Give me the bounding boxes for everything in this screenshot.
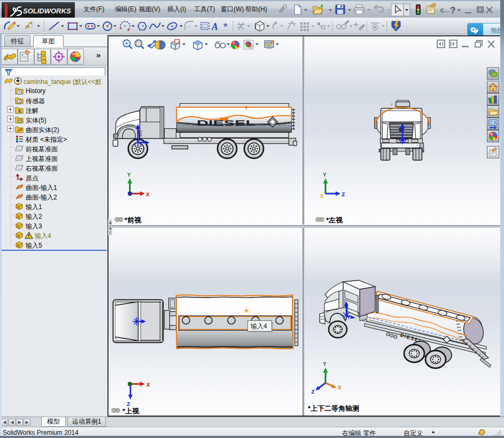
- svg-text:X: X: [146, 191, 150, 198]
- svg-text:Z: Z: [311, 389, 315, 395]
- svg-text:c...: c...: [440, 6, 449, 14]
- svg-text:X: X: [146, 382, 150, 388]
- svg-text:?: ?: [450, 5, 455, 16]
- svg-text:*: *: [223, 21, 228, 33]
- svg-text:X: X: [338, 385, 342, 391]
- svg-text:Z: Z: [342, 191, 345, 198]
- svg-text:输入4: 输入4: [251, 322, 267, 330]
- svg-text:Y: Y: [323, 172, 327, 178]
- svg-text:X: X: [320, 194, 323, 199]
- svg-text:Y: Y: [127, 172, 131, 178]
- svg-text:Y: Y: [323, 361, 327, 367]
- svg-text:A: A: [211, 21, 218, 32]
- svg-text:A: A: [18, 108, 22, 114]
